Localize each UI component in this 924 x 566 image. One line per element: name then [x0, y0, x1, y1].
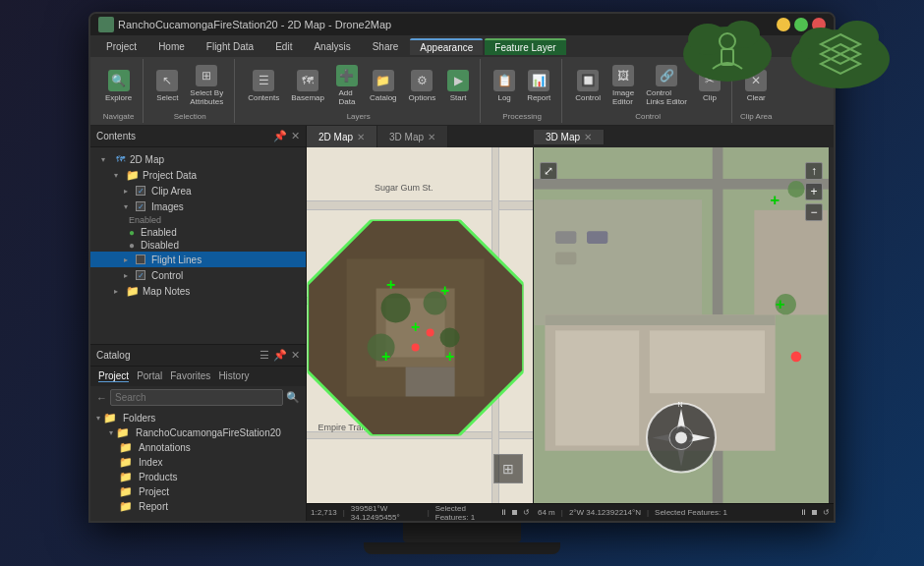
explore-button[interactable]: 🔍 Explore	[100, 67, 137, 105]
3d-pause-button[interactable]: ⏸	[799, 508, 807, 517]
catalog-pin-button[interactable]: 📌	[273, 349, 287, 362]
map-tab-2d-close[interactable]: ✕	[357, 132, 365, 142]
control-links-icon: 🔗	[656, 65, 677, 86]
catalog-products-item[interactable]: 📁 Products	[90, 470, 306, 484]
3d-nav-up[interactable]: ↑	[805, 162, 823, 180]
pause-button[interactable]: ⏸	[499, 508, 507, 517]
ribbon-group-navigate: 🔍 Explore Navigate	[94, 59, 144, 123]
report-button[interactable]: 📊 Report	[522, 67, 555, 105]
rancho-folder-icon: 📁	[116, 426, 130, 439]
contents-pin-button[interactable]: 📌	[273, 130, 287, 142]
catalog-report-item[interactable]: 📁 Report	[90, 499, 306, 514]
expand-arrow: ▸	[119, 184, 133, 198]
checkbox-control[interactable]: ✓	[136, 270, 145, 280]
tree-item-images[interactable]: ▾ ✓ Images	[90, 198, 306, 214]
catalog-search-icon[interactable]: 🔍	[286, 391, 300, 404]
catalog-close-button[interactable]: ✕	[291, 349, 300, 362]
catalog-folders-item[interactable]: ▾ 📁 Folders	[90, 411, 306, 425]
minimap-icon: ⊞	[502, 461, 514, 477]
title-bar-text: RanchoCucamongaFireStation20 - 2D Map - …	[118, 19, 773, 30]
tree-item-cliparea[interactable]: ▸ ✓ Clip Area	[90, 183, 306, 198]
aerial-overlay: + + + + +	[308, 219, 524, 439]
left-panel: Contents 📌 ✕ ▾ 🗺	[90, 126, 307, 521]
options-button[interactable]: ⚙ Options	[404, 67, 441, 105]
image-editor-icon: 🖼	[612, 65, 634, 86]
svg-point-28	[427, 328, 434, 336]
map-2d[interactable]: Sugar Gum St. Saxon Dr Empire Trail	[307, 147, 534, 503]
catalog-tab-project[interactable]: Project	[98, 370, 129, 382]
tree-item-disabled[interactable]: ● Disabled	[90, 239, 306, 252]
ribbon-tab-project[interactable]: Project	[96, 39, 146, 54]
expand-arrow: ▸	[119, 253, 133, 266]
select-button[interactable]: ↖ Select	[151, 67, 183, 105]
catalog-button[interactable]: 📁 Catalog	[365, 67, 402, 105]
ribbon-group-processing: 📋 Log 📊 Report Processing	[483, 59, 562, 123]
road-label-sugargum: Sugar Gum St.	[375, 183, 433, 193]
tree-item-projectdata[interactable]: ▾ 📁 Project Data	[90, 167, 306, 183]
ribbon-tab-home[interactable]: Home	[148, 39, 195, 54]
catalog-back-button[interactable]: ←	[96, 392, 107, 404]
contents-close-button[interactable]: ✕	[291, 130, 300, 142]
ribbon-tab-share[interactable]: Share	[363, 39, 409, 54]
map-3d-close[interactable]: ✕	[584, 132, 592, 142]
tree-item-flightlines[interactable]: ▸ Flight Lines	[90, 252, 306, 267]
checkbox-cliparea[interactable]: ✓	[136, 186, 145, 196]
catalog-annotations-item[interactable]: 📁 Annotations	[90, 440, 306, 455]
minimap-button[interactable]: ⊞	[493, 454, 523, 483]
contents-button[interactable]: ☰ Contents	[243, 67, 284, 105]
catalog-products-label: Products	[139, 472, 177, 482]
ribbon-group-layers: ☰ Contents 🗺 Basemap ➕ AddData	[237, 59, 481, 123]
map-2d-status: 1:2,713 | 399581°W 34.12495455° | Select…	[307, 503, 534, 521]
svg-text:+: +	[440, 282, 449, 299]
map-tab-3d-panel[interactable]: 3D Map ✕	[534, 130, 605, 144]
ribbon-tab-edit[interactable]: Edit	[265, 39, 302, 54]
catalog-project-item[interactable]: 📁 Project	[90, 484, 306, 499]
3d-expand[interactable]: ⤢	[540, 162, 557, 180]
catalog-tab-portal[interactable]: Portal	[137, 370, 162, 382]
basemap-button[interactable]: 🗺 Basemap	[286, 67, 329, 105]
image-editor-button[interactable]: 🖼 ImageEditor	[607, 62, 639, 109]
checkbox-images[interactable]: ✓	[136, 201, 145, 211]
start-button[interactable]: ▶ Start	[442, 67, 474, 105]
catalog-tab-favorites[interactable]: Favorites	[170, 370, 210, 382]
tree-item-mapnotes[interactable]: ▸ 📁 Map Notes	[90, 283, 306, 299]
svg-rect-42	[555, 252, 576, 264]
maps-container: Sugar Gum St. Saxon Dr Empire Trail	[307, 147, 534, 503]
tree-label-projectdata: Project Data	[143, 170, 197, 181]
3d-refresh-button[interactable]: ↺	[823, 508, 830, 517]
aerial-svg: + + + + +	[308, 219, 524, 435]
select-by-attributes-button[interactable]: ⊞ Select ByAttributes	[185, 62, 228, 109]
svg-rect-30	[534, 179, 829, 190]
ribbon-tab-featurelayer[interactable]: Feature Layer	[485, 38, 565, 55]
tree-item-enabled1[interactable]: ● Enabled	[90, 226, 306, 239]
tree-item-control[interactable]: ▸ ✓ Control	[90, 267, 306, 283]
add-data-button[interactable]: ➕ AddData	[331, 62, 363, 109]
log-icon: 📋	[493, 70, 515, 91]
checkbox-flightlines[interactable]	[136, 255, 145, 264]
log-button[interactable]: 📋 Log	[489, 67, 520, 105]
control-button[interactable]: 🔲 Control	[570, 67, 606, 105]
map-tabs-row: 2D Map ✕ 3D Map ✕	[307, 126, 534, 147]
tree-item-2dmap[interactable]: ▾ 🗺 2D Map	[90, 151, 306, 167]
basemap-icon: 🗺	[297, 70, 318, 91]
catalog-index-item[interactable]: 📁 Index	[90, 455, 306, 470]
catalog-tab-history[interactable]: History	[218, 370, 249, 382]
tree-label-disabled: Disabled	[141, 240, 179, 251]
refresh-button[interactable]: ↺	[523, 508, 530, 517]
stop-button[interactable]: ⏹	[511, 508, 519, 517]
map-3d[interactable]: + +	[534, 147, 829, 503]
3d-stop-button[interactable]: ⏹	[811, 508, 819, 517]
map-tab-3d-close[interactable]: ✕	[428, 132, 435, 142]
ribbon-tab-flightdata[interactable]: Flight Data	[197, 39, 263, 54]
catalog-menu-button[interactable]: ☰	[260, 349, 269, 362]
catalog-search-input[interactable]	[110, 389, 283, 406]
3d-zoom-in[interactable]: +	[805, 183, 823, 200]
catalog-rancho-item[interactable]: ▾ 📁 RanchoCucamongaFireStation20	[90, 425, 306, 440]
ribbon-tab-appearance[interactable]: Appearance	[410, 38, 483, 55]
map-tab-3d[interactable]: 3D Map ✕	[377, 126, 448, 147]
ribbon-tab-analysis[interactable]: Analysis	[304, 39, 360, 54]
status-scale: 1:2,713	[311, 508, 337, 517]
dot-enabled1: ●	[129, 227, 135, 238]
map-tab-2d[interactable]: 2D Map ✕	[307, 126, 377, 147]
3d-zoom-out[interactable]: −	[805, 203, 823, 221]
